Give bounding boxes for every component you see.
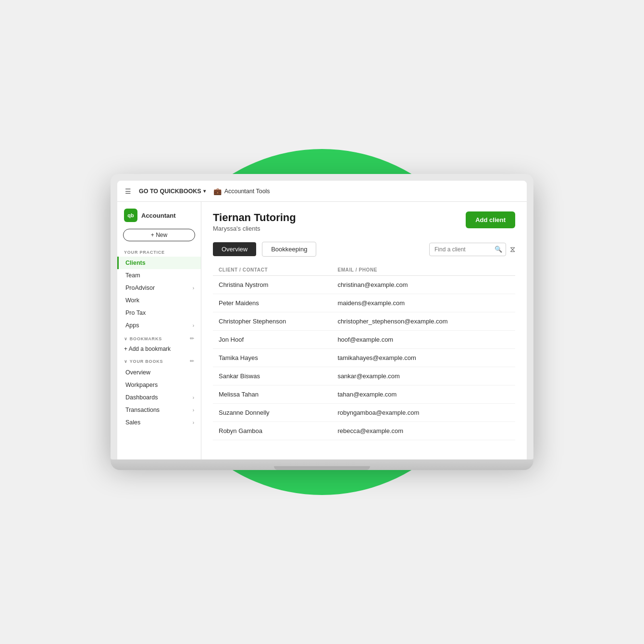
add-client-button[interactable]: Add client <box>466 211 515 228</box>
table-row[interactable]: Tamika Hayestamikahayes@example.com <box>213 349 515 367</box>
collapse-books-icon: ∨ <box>124 359 128 364</box>
client-email-cell: rebecca@example.com <box>332 422 515 440</box>
goto-quickbooks-button[interactable]: GO TO QUICKBOOKS ▾ <box>139 188 206 195</box>
table-head: CLIENT / CONTACT EMAIL / PHONE <box>213 264 515 276</box>
client-name-cell: Tamika Hayes <box>213 349 332 367</box>
client-name-cell: Christopher Stephenson <box>213 312 332 331</box>
hamburger-icon: ☰ <box>125 187 131 195</box>
sidebar-item-team[interactable]: Team <box>117 269 201 282</box>
search-icon: 🔍 <box>495 246 502 253</box>
client-name-cell: Sankar Biswas <box>213 367 332 385</box>
client-email-cell: tamikahayes@example.com <box>332 349 515 367</box>
tab-bookkeeping[interactable]: Bookkeeping <box>262 242 316 257</box>
chevron-down-icon: ▾ <box>203 188 206 194</box>
client-email-cell: christinan@example.com <box>332 276 515 294</box>
tab-overview-label: Overview <box>222 246 248 253</box>
client-email-cell: sankar@example.com <box>332 367 515 385</box>
bookmarks-label: ∨ Bookmarks <box>124 336 162 341</box>
table-row[interactable]: Jon Hoofhoof@example.com <box>213 331 515 349</box>
accountant-tools-button[interactable]: 💼 Accountant Tools <box>213 187 270 195</box>
sidebar-overview-label: Overview <box>125 369 150 376</box>
laptop-base <box>111 459 533 470</box>
sidebar-transactions-label: Transactions <box>125 407 160 413</box>
table-row[interactable]: Suzanne Donnellyrobyngamboa@example.com <box>213 404 515 422</box>
sidebar-apps-label: Apps <box>125 322 139 329</box>
table-row[interactable]: Christina Nystromchristinan@example.com <box>213 276 515 294</box>
chevron-dashboards-icon: › <box>193 395 194 400</box>
sidebar-dashboards-label: Dashboards <box>125 394 158 401</box>
chevron-right-icon: › <box>193 285 194 291</box>
chevron-right-icon-apps: › <box>193 323 194 328</box>
client-email-cell: robyngamboa@example.com <box>332 404 515 422</box>
table-row[interactable]: Christopher Stephensonchristopher_stephe… <box>213 312 515 331</box>
bookmarks-section-header: ∨ Bookmarks ✏ <box>117 332 201 344</box>
search-input-wrap: 🔍 <box>429 243 506 256</box>
sidebar-item-transactions[interactable]: Transactions › <box>117 404 201 416</box>
app-layout: qb Accountant + New Your Practice Client… <box>117 202 527 459</box>
goto-qb-label: GO TO QUICKBOOKS <box>139 188 201 195</box>
page-title: Tiernan Tutoring <box>213 211 296 224</box>
collapse-icon: ∨ <box>124 336 128 341</box>
sidebar-item-work[interactable]: Work <box>117 294 201 307</box>
client-table: CLIENT / CONTACT EMAIL / PHONE Christina… <box>213 264 515 440</box>
hamburger-button[interactable]: ☰ <box>125 187 131 195</box>
sidebar-team-label: Team <box>125 272 140 279</box>
tabs-row: Overview Bookkeeping 🔍 <box>213 242 515 257</box>
table-row[interactable]: Robyn Gamboarebecca@example.com <box>213 422 515 440</box>
sidebar-item-clients[interactable]: Clients <box>117 257 201 269</box>
add-client-label: Add client <box>475 216 506 223</box>
table-row[interactable]: Peter Maidensmaidens@example.com <box>213 294 515 312</box>
tab-bookkeeping-label: Bookkeeping <box>271 246 307 253</box>
screen: ☰ GO TO QUICKBOOKS ▾ 💼 Accountant Tools <box>117 181 527 459</box>
laptop: ☰ GO TO QUICKBOOKS ▾ 💼 Accountant Tools <box>111 174 533 470</box>
sidebar-item-pro-tax[interactable]: Pro Tax <box>117 307 201 319</box>
top-nav: ☰ GO TO QUICKBOOKS ▾ 💼 Accountant Tools <box>117 181 527 202</box>
client-name-cell: Melissa Tahan <box>213 385 332 404</box>
client-name-cell: Robyn Gamboa <box>213 422 332 440</box>
your-practice-section-label: Your Practice <box>117 246 201 257</box>
add-bookmark-label: + Add a bookmark <box>124 346 171 352</box>
edit-icon[interactable]: ✏ <box>190 335 194 342</box>
client-name-cell: Jon Hoof <box>213 331 332 349</box>
filter-icon[interactable]: ⧖ <box>510 245 515 254</box>
sidebar-logo-label: Accountant <box>141 212 176 219</box>
table-row[interactable]: Melissa Tahantahan@example.com <box>213 385 515 404</box>
sidebar-sales-label: Sales <box>125 419 140 426</box>
page-subtitle: Maryssa's clients <box>213 225 296 232</box>
table-row[interactable]: Sankar Biswassankar@example.com <box>213 367 515 385</box>
sidebar-item-workpapers[interactable]: Workpapers <box>117 379 201 391</box>
chevron-transactions-icon: › <box>193 408 194 413</box>
sidebar: qb Accountant + New Your Practice Client… <box>117 202 201 459</box>
client-email-cell: christopher_stephenson@example.com <box>332 312 515 331</box>
screen-bezel: ☰ GO TO QUICKBOOKS ▾ 💼 Accountant Tools <box>111 174 533 459</box>
briefcase-icon: 💼 <box>213 187 222 195</box>
col-email-phone: EMAIL / PHONE <box>332 264 515 276</box>
your-books-section-header: ∨ Your Books ✏ <box>117 354 201 366</box>
new-button[interactable]: + New <box>123 229 195 241</box>
sidebar-item-dashboards[interactable]: Dashboards › <box>117 391 201 404</box>
edit-books-icon[interactable]: ✏ <box>190 358 194 364</box>
qb-logo-icon: qb <box>124 209 137 222</box>
tab-overview[interactable]: Overview <box>213 242 256 256</box>
sidebar-item-overview[interactable]: Overview <box>117 366 201 379</box>
client-name-cell: Suzanne Donnelly <box>213 404 332 422</box>
your-books-label: ∨ Your Books <box>124 359 163 364</box>
sidebar-pro-tax-label: Pro Tax <box>125 310 146 316</box>
search-filter-row: 🔍 ⧖ <box>429 243 515 256</box>
add-bookmark-link[interactable]: + Add a bookmark <box>117 344 201 354</box>
sidebar-item-sales[interactable]: Sales › <box>117 416 201 429</box>
qb-logo-text: qb <box>127 212 134 218</box>
client-name-cell: Peter Maidens <box>213 294 332 312</box>
sidebar-logo: qb Accountant <box>117 202 201 227</box>
accountant-tools-label: Accountant Tools <box>224 188 270 195</box>
sidebar-item-proadvisor[interactable]: ProAdvisor › <box>117 282 201 294</box>
sidebar-clients-label: Clients <box>125 260 146 266</box>
sidebar-item-apps[interactable]: Apps › <box>117 319 201 332</box>
table-header-row: CLIENT / CONTACT EMAIL / PHONE <box>213 264 515 276</box>
new-button-label: + New <box>151 232 167 238</box>
sidebar-workpapers-label: Workpapers <box>125 382 158 388</box>
sidebar-work-label: Work <box>125 297 139 304</box>
main-inner: Tiernan Tutoring Maryssa's clients Add c… <box>201 202 527 450</box>
page-heading-group: Tiernan Tutoring Maryssa's clients <box>213 211 296 232</box>
client-email-cell: tahan@example.com <box>332 385 515 404</box>
